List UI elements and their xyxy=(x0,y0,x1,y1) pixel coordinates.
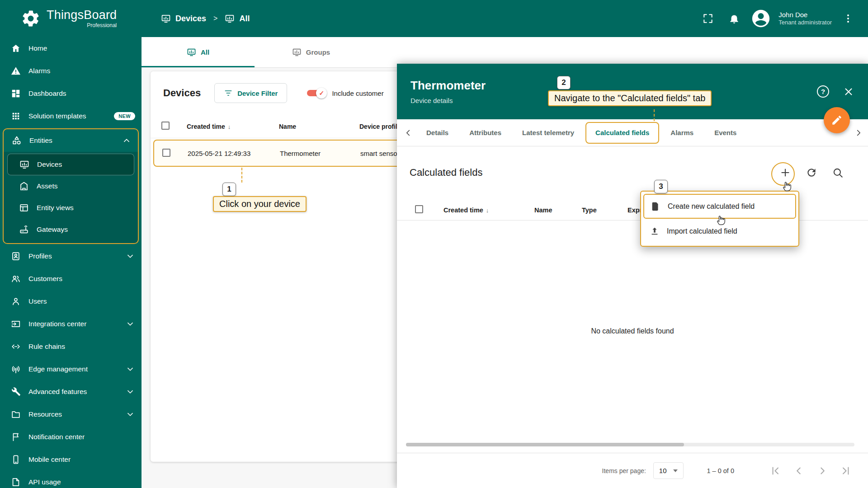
tab-calculated-fields[interactable]: Calculated fields xyxy=(585,122,659,144)
cell-name: Thermometer xyxy=(280,150,360,157)
chevron-down-icon xyxy=(125,319,135,329)
sidebar-item-label: Devices xyxy=(37,160,127,169)
thingsboard-logo-icon xyxy=(21,9,41,28)
assets-icon xyxy=(19,181,29,191)
last-page-button[interactable] xyxy=(840,465,852,477)
items-per-page-select[interactable]: 10 xyxy=(653,462,684,479)
first-page-button[interactable] xyxy=(769,465,781,477)
file-icon xyxy=(651,202,660,211)
panel-title: Thermometer xyxy=(410,79,486,93)
cell-created-time: 2025-05-21 12:49:33 xyxy=(188,150,280,157)
sidebar-item-label: Assets xyxy=(37,182,132,190)
home-icon xyxy=(11,43,21,53)
hand-cursor-icon xyxy=(715,214,727,226)
thingsboard-logo[interactable]: ThingsBoard Professional xyxy=(21,9,126,28)
sidebar-item-home[interactable]: Home xyxy=(0,37,142,60)
close-icon xyxy=(843,86,854,98)
help-button[interactable]: ? xyxy=(817,85,829,98)
row-checkbox[interactable] xyxy=(162,149,170,157)
close-panel-button[interactable] xyxy=(843,86,854,98)
sidebar-item-rule-chains[interactable]: Rule chains xyxy=(0,335,142,358)
device-details-panel: Thermometer Device details ? Details Att… xyxy=(397,64,868,488)
tab-details[interactable]: Details xyxy=(416,119,459,146)
app-header: ThingsBoard Professional Devices > All xyxy=(0,0,868,37)
horizontal-scrollbar[interactable] xyxy=(406,443,854,446)
sidebar-item-label: Entities xyxy=(29,136,114,145)
select-all-checkbox[interactable] xyxy=(161,122,170,130)
next-page-button[interactable] xyxy=(816,465,828,477)
entities-submenu: Devices Assets Entity views Gateways xyxy=(4,152,138,243)
sidebar-item-advanced-features[interactable]: Advanced features xyxy=(0,380,142,403)
tab-all[interactable]: All xyxy=(142,37,255,67)
column-header[interactable]: Name xyxy=(534,206,582,214)
sidebar-item-label: Users xyxy=(28,297,135,305)
edit-device-fab[interactable] xyxy=(824,107,850,133)
tabs-scroll-left-button[interactable] xyxy=(401,123,416,143)
include-customer-toggle-group: ✓ Include customer xyxy=(306,88,383,99)
sidebar-item-label: Entity views xyxy=(37,204,132,212)
sidebar-item-edge-management[interactable]: Edge management xyxy=(0,358,142,380)
device-filter-button[interactable]: Device Filter xyxy=(214,83,287,103)
breadcrumb-label: Devices xyxy=(175,14,206,23)
sidebar-item-solution-templates[interactable]: Solution templates NEW xyxy=(0,105,142,127)
tab-events[interactable]: Events xyxy=(704,119,747,146)
sort-desc-icon: ↓ xyxy=(486,207,489,214)
sidebar-item-devices[interactable]: Devices xyxy=(7,154,134,175)
step1-connector-line xyxy=(241,168,242,183)
items-per-page-label: Items per page: xyxy=(602,467,646,474)
logo-subtitle: Professional xyxy=(47,23,117,28)
sidebar-item-profiles[interactable]: Profiles xyxy=(0,245,142,267)
wrench-icon xyxy=(11,387,21,397)
sort-desc-icon: ↓ xyxy=(228,123,231,130)
step2-number-badge: 2 xyxy=(557,76,571,89)
sidebar-item-entity-views[interactable]: Entity views xyxy=(4,197,138,219)
tab-latest-telemetry[interactable]: Latest telemetry xyxy=(512,119,585,146)
sidebar-item-resources[interactable]: Resources xyxy=(0,403,142,426)
sidebar-item-gateways[interactable]: Gateways xyxy=(4,219,138,240)
hand-cursor-icon xyxy=(781,180,793,192)
column-header[interactable]: Type xyxy=(582,206,627,214)
more-menu-button[interactable] xyxy=(838,9,858,28)
sidebar-item-dashboards[interactable]: Dashboards xyxy=(0,82,142,105)
search-button[interactable] xyxy=(832,167,844,178)
tab-label: All xyxy=(201,48,209,56)
fullscreen-button[interactable] xyxy=(698,9,718,28)
column-header[interactable]: Name xyxy=(279,123,359,130)
sidebar-item-api-usage[interactable]: API usage xyxy=(0,471,142,488)
breadcrumb-all[interactable]: All xyxy=(225,14,250,23)
tabs-scroll-right-button[interactable] xyxy=(851,123,866,143)
sidebar-item-assets[interactable]: Assets xyxy=(4,175,138,197)
sidebar-item-notification-center[interactable]: Notification center xyxy=(0,426,142,448)
step2-callout-label: Navigate to the "Calculated fields" tab xyxy=(548,90,712,106)
tab-groups[interactable]: Groups xyxy=(255,37,368,67)
panel-header-actions: ? xyxy=(817,85,854,98)
notifications-button[interactable] xyxy=(724,9,744,28)
breadcrumb-devices[interactable]: Devices xyxy=(161,14,206,23)
include-customer-toggle[interactable]: ✓ xyxy=(306,88,326,99)
caret-down-icon xyxy=(673,469,678,472)
tab-alarms[interactable]: Alarms xyxy=(660,119,704,146)
sidebar-item-mobile-center[interactable]: Mobile center xyxy=(0,448,142,471)
thingsboard-app: ThingsBoard Professional Devices > All xyxy=(0,0,868,488)
flag-icon xyxy=(11,432,21,442)
sidebar-item-users[interactable]: Users xyxy=(0,290,142,313)
previous-page-button[interactable] xyxy=(793,465,805,477)
step2-connector-line xyxy=(654,109,655,121)
sidebar-item-entities[interactable]: Entities xyxy=(4,129,138,152)
filter-icon xyxy=(224,89,233,98)
sidebar-item-customers[interactable]: Customers xyxy=(0,267,142,290)
sidebar-item-label: Mobile center xyxy=(28,455,135,464)
chevron-left-icon xyxy=(403,128,413,138)
integrations-icon xyxy=(11,319,21,329)
chevron-down-icon xyxy=(125,364,135,374)
sidebar-item-label: Rule chains xyxy=(28,343,135,351)
refresh-button[interactable] xyxy=(806,167,817,178)
sidebar-item-integrations-center[interactable]: Integrations center xyxy=(0,313,142,335)
column-header[interactable]: Created time↓ xyxy=(187,123,279,130)
scrollbar-thumb[interactable] xyxy=(406,443,684,446)
tab-attributes[interactable]: Attributes xyxy=(459,119,512,146)
column-header[interactable]: Created time↓ xyxy=(443,206,534,214)
select-all-checkbox[interactable] xyxy=(415,205,423,213)
sidebar-item-alarms[interactable]: Alarms xyxy=(0,60,142,82)
user-avatar[interactable] xyxy=(750,8,771,29)
